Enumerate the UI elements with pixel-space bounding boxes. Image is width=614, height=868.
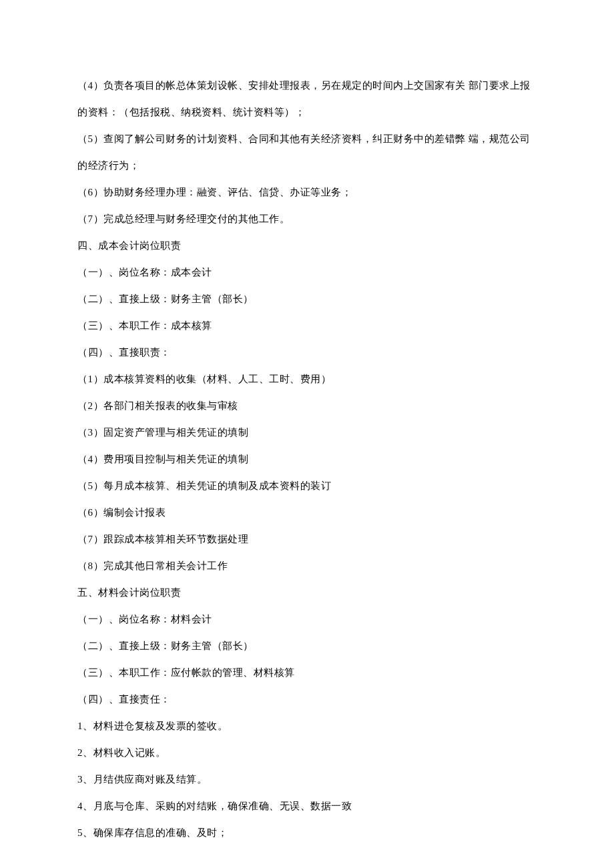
text-line: （一）、岗位名称：材料会计 xyxy=(77,606,537,632)
section-heading: 四、成本会计岗位职责 xyxy=(77,232,537,259)
text-line: （5）查阅了解公司财务的计划资料、合同和其他有关经济资料，纠正财务中的差错弊 端… xyxy=(77,125,537,179)
text-line: （4）费用项目控制与相关凭证的填制 xyxy=(77,446,537,472)
text-line: 3、月结供应商对账及结算。 xyxy=(77,766,537,793)
text-line: （8）完成其他日常相关会计工作 xyxy=(77,552,537,579)
text-line: （7）跟踪成本核算相关环节数据处理 xyxy=(77,526,537,552)
text-line: （7）完成总经理与财务经理交付的其他工作。 xyxy=(77,205,537,232)
text-line: （6）协助财务经理办理：融资、评估、信贷、办证等业务； xyxy=(77,179,537,205)
text-line: （四）、直接责任： xyxy=(77,686,537,713)
section-heading: 五、材料会计岗位职责 xyxy=(77,579,537,606)
text-line: （一）、岗位名称：成本会计 xyxy=(77,259,537,286)
document-page: （4）负责各项目的帐总体策划设帐、安排处理报表，另在规定的时间内上交国家有关 部… xyxy=(0,0,614,868)
text-line: 4、月底与仓库、采购的对结账，确保准确、无误、数据一致 xyxy=(77,793,537,819)
text-line: （三）、本职工作：成本核算 xyxy=(77,312,537,339)
text-line: （3）固定资产管理与相关凭证的填制 xyxy=(77,419,537,446)
text-line: 5、确保库存信息的准确、及时； xyxy=(77,819,537,846)
text-line: （4）负责各项目的帐总体策划设帐、安排处理报表，另在规定的时间内上交国家有关 部… xyxy=(77,72,537,125)
text-line: （二）、直接上级：财务主管（部长） xyxy=(77,286,537,312)
text-line: （1）成本核算资料的收集（材料、人工、工时、费用） xyxy=(77,366,537,392)
text-line: （6）编制会计报表 xyxy=(77,499,537,526)
text-line: （2）各部门相关报表的收集与审核 xyxy=(77,392,537,419)
text-line: 2、材料收入记账。 xyxy=(77,739,537,766)
text-line: （三）、本职工作：应付帐款的管理、材料核算 xyxy=(77,659,537,686)
text-line: （5）每月成本核算、相关凭证的填制及成本资料的装订 xyxy=(77,472,537,499)
text-line: 1、材料进仓复核及发票的签收。 xyxy=(77,713,537,739)
text-line: （二）、直接上级：财务主管（部长） xyxy=(77,632,537,659)
text-line: （四）、直接职责： xyxy=(77,339,537,366)
